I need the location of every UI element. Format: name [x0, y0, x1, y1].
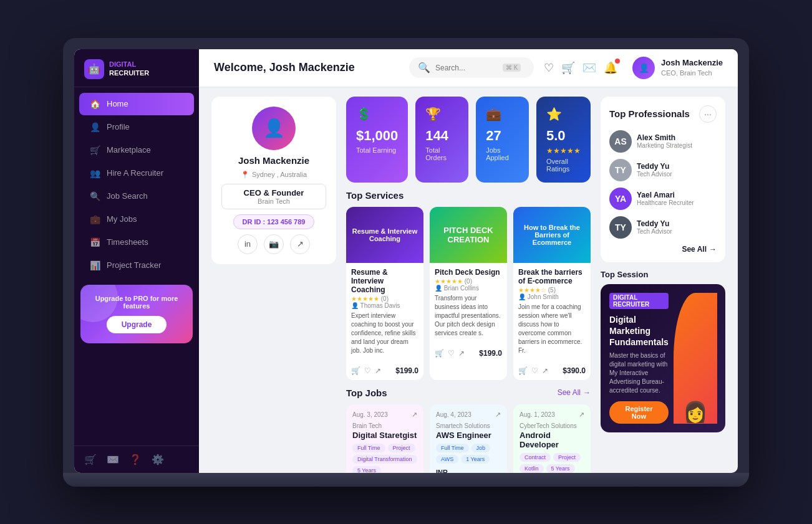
- profile-social-links: in 📷 ↗: [238, 234, 310, 254]
- sidebar-item-my-jobs[interactable]: 💼 My Jobs: [79, 208, 194, 231]
- pro-info-3: Teddy Yu Tech Advisor: [637, 219, 672, 235]
- cart-service-icon-0[interactable]: 🛒: [351, 366, 360, 375]
- sidebar-item-timesheets[interactable]: 📅 Timesheets: [79, 231, 194, 254]
- job-share-1[interactable]: ↗: [495, 411, 501, 419]
- cart-service-icon-2[interactable]: 🛒: [518, 366, 528, 375]
- job-date-2: Aug. 1, 2023: [520, 411, 555, 418]
- nav-label-tracker: Project Tracker: [107, 260, 161, 270]
- cart-service-icon-1[interactable]: 🛒: [435, 349, 444, 358]
- stat-label-orders: Total Orders: [425, 146, 458, 161]
- heart-service-icon-0[interactable]: ♡: [364, 366, 371, 375]
- session-card: DIGITAL RECRUITER Digital Marketing Fund…: [601, 284, 725, 433]
- wishlist-icon[interactable]: ♡: [544, 61, 554, 75]
- session-title: Digital Marketing Fundamentals: [609, 314, 669, 348]
- stat-card-rating: ⭐ 5.0 ★★★★★ Overall Ratings: [536, 97, 591, 183]
- session-person-image: 👩: [674, 293, 717, 424]
- service-card-2: How to Break the Barriers of Ecommerce B…: [513, 207, 591, 380]
- service-actions-0: 🛒 ♡ ↗: [351, 366, 381, 375]
- jobs-see-all[interactable]: See All →: [558, 388, 591, 397]
- service-footer-0: 🛒 ♡ ↗ $199.0: [346, 364, 423, 380]
- notification-icon[interactable]: 🔔: [604, 61, 617, 75]
- tracker-icon: 📊: [89, 260, 100, 270]
- job-company-1: Smartech Solutions: [436, 422, 501, 429]
- mail-bottom-icon[interactable]: ✉️: [107, 454, 119, 465]
- job-title-0: Digital Staretgist: [352, 431, 417, 440]
- share-service-icon-1[interactable]: ↗: [458, 349, 465, 358]
- nav-menu: 🏠 Home 👤 Profile 🛒 Marketplace 👥 Hire A …: [74, 92, 199, 277]
- job-tag: 5 Years: [352, 466, 381, 473]
- more-options-icon[interactable]: ···: [699, 105, 717, 123]
- profile-card: 👤 Josh Mackenzie 📍 Sydney , Australia CE…: [211, 97, 336, 264]
- sidebar-item-hire-recruiter[interactable]: 👥 Hire A Recruiter: [79, 162, 194, 184]
- upgrade-button[interactable]: Upgrade: [107, 316, 167, 333]
- main-area: Welcome, Josh Mackenzie 🔍 ⌘ K ♡ 🛒 ✉️ 🔔 👤…: [199, 49, 738, 473]
- pro-title-3: Tech Advisor: [637, 228, 672, 235]
- job-tag: Job: [471, 444, 491, 452]
- share-service-icon-2[interactable]: ↗: [542, 366, 548, 375]
- service-price-0: $199.0: [395, 366, 418, 375]
- heart-service-icon-2[interactable]: ♡: [531, 366, 538, 375]
- instagram-icon[interactable]: 📷: [264, 234, 284, 254]
- content-area: 👤 Josh Mackenzie 📍 Sydney , Australia CE…: [199, 87, 738, 473]
- service-body-1: Pitch Deck Design ★★★★★ (0) 👤 Brian Coll…: [430, 263, 507, 346]
- sidebar-item-marketplace[interactable]: 🛒 Marketplace: [79, 139, 194, 161]
- profile-icon: 👤: [89, 122, 100, 132]
- share-icon[interactable]: ↗: [290, 234, 310, 254]
- register-now-button[interactable]: Register Now: [609, 401, 669, 424]
- service-desc-1: Transform your business ideas into impac…: [435, 294, 502, 338]
- pro-title-2: Healthcare Recruiter: [637, 199, 694, 206]
- stat-value-rating: 5.0: [546, 128, 581, 144]
- job-date-1: Aug. 4, 2023: [436, 411, 471, 418]
- sidebar: 🤖 Digital Recruiter 🏠 Home 👤 Profile 🛒: [74, 49, 199, 473]
- sidebar-item-job-search[interactable]: 🔍 Job Search: [79, 185, 194, 207]
- service-provider-0: 👤 Thomas Davis: [351, 302, 418, 309]
- job-header-1: Aug. 4, 2023 ↗: [436, 411, 501, 419]
- see-all-professionals[interactable]: See All →: [609, 245, 717, 254]
- service-price-1: $199.0: [479, 349, 502, 358]
- search-input[interactable]: [435, 64, 498, 72]
- job-tag: Contract: [520, 453, 551, 462]
- cart-bottom-icon[interactable]: 🛒: [84, 454, 97, 465]
- linkedin-icon[interactable]: in: [238, 234, 258, 254]
- dr-id: DR ID : 123 456 789: [233, 214, 315, 229]
- stat-value-orders: 144: [425, 128, 458, 144]
- service-card-1: PITCH DECK CREATION Pitch Deck Design ★★…: [430, 207, 507, 380]
- job-tag: Project: [388, 444, 415, 452]
- pro-name-3: Teddy Yu: [637, 219, 672, 228]
- service-footer-2: 🛒 ♡ ↗ $390.0: [513, 364, 591, 380]
- service-provider-2: 👤 John Smith: [518, 293, 586, 300]
- search-shortcut: ⌘ K: [503, 64, 521, 72]
- nav-label-profile: Profile: [107, 122, 130, 131]
- job-tags-0: Full Time Project Digital Transformation…: [352, 444, 417, 473]
- settings-bottom-icon[interactable]: ⚙️: [152, 454, 164, 465]
- job-tag: AWS: [436, 455, 458, 464]
- help-bottom-icon[interactable]: ❓: [129, 454, 142, 465]
- mail-icon[interactable]: ✉️: [582, 61, 596, 75]
- session-wrapper: Top Session DIGITAL RECRUITER Digital Ma…: [601, 270, 725, 433]
- pro-item-3: TY Teddy Yu Tech Advisor: [609, 216, 717, 239]
- job-share-2[interactable]: ↗: [579, 411, 584, 419]
- job-share-0[interactable]: ↗: [412, 411, 417, 419]
- service-rating-0: ★★★★★ (0): [351, 295, 418, 302]
- jobs-applied-icon: 💼: [486, 107, 519, 121]
- nav-label-myjobs: My Jobs: [107, 214, 137, 224]
- pro-info-0: Alex Smith Marketing Strategist: [637, 133, 692, 149]
- sidebar-item-home[interactable]: 🏠 Home: [79, 93, 194, 115]
- heart-service-icon-1[interactable]: ♡: [448, 349, 455, 358]
- share-service-icon-0[interactable]: ↗: [375, 366, 381, 375]
- job-header-2: Aug. 1, 2023 ↗: [520, 411, 584, 419]
- service-actions-2: 🛒 ♡ ↗: [518, 366, 548, 375]
- profile-name: Josh Mackenzie: [238, 155, 309, 166]
- professionals-title: Top Professionals: [609, 108, 690, 119]
- profile-company: Brain Tech: [231, 198, 317, 205]
- search-bar[interactable]: 🔍 ⌘ K: [409, 57, 534, 78]
- sidebar-item-profile[interactable]: 👤 Profile: [79, 116, 194, 138]
- job-company-2: CyberTech Solutions: [520, 422, 584, 429]
- sidebar-item-project-tracker[interactable]: 📊 Project Tracker: [79, 254, 194, 277]
- jobs-icon: 💼: [89, 214, 100, 224]
- job-title-1: AWS Engineer: [436, 431, 501, 440]
- professionals-card: Top Professionals ··· AS Alex Smith Mark…: [601, 97, 725, 262]
- cart-icon[interactable]: 🛒: [561, 61, 575, 75]
- service-provider-1: 👤 Brian Collins: [435, 285, 502, 292]
- stat-card-jobs: 💼 27 Jobs Applied: [476, 97, 529, 183]
